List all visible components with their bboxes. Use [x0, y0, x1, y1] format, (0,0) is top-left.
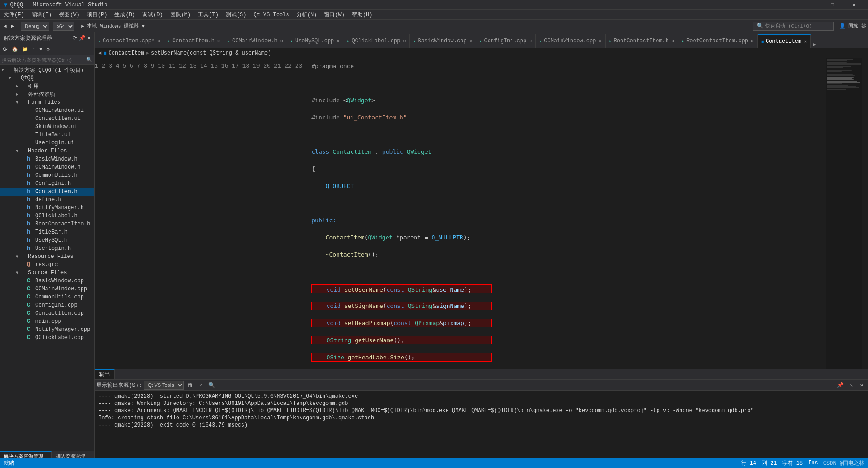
editor-tab[interactable]: ▸ContactItem.cpp*✕	[95, 34, 164, 48]
se-pin-icon[interactable]: 📌	[79, 35, 86, 41]
output-expand-btn[interactable]: △	[846, 381, 855, 389]
editor-tab[interactable]: ▸RootContactItem.cpp✕	[678, 34, 758, 48]
tree-item[interactable]: ▶引用	[0, 82, 94, 90]
breadcrumb-filename[interactable]: ContactItem	[108, 50, 144, 56]
se-toolbar-btn-2[interactable]: 🏠	[10, 45, 20, 55]
tree-expand-icon[interactable]: ▼	[14, 149, 20, 154]
menu-item-v[interactable]: 视图(V)	[55, 10, 83, 20]
tab-close-btn[interactable]: ✕	[672, 38, 674, 44]
menu-item-w[interactable]: 窗口(W)	[320, 10, 348, 20]
toolbar-back[interactable]: ◀	[2, 21, 9, 31]
tree-expand-icon[interactable]: ▼	[14, 254, 20, 259]
output-close-btn[interactable]: ✕	[857, 381, 866, 389]
se-toolbar-btn-4[interactable]: ↑	[31, 45, 37, 55]
menu-item-p[interactable]: 项目(P)	[83, 10, 111, 20]
editor-tab[interactable]: ▸RootContactItem.h✕	[606, 34, 678, 48]
tree-item[interactable]: hContactItem.h	[0, 188, 94, 196]
tree-item[interactable]: ▼解决方案'QtQQ'(1 个项目)	[0, 66, 94, 74]
tab-close-btn[interactable]: ✕	[598, 38, 601, 44]
status-mode[interactable]: Ins	[808, 460, 818, 466]
tab-close-icon[interactable]: ✕	[804, 39, 807, 44]
status-col[interactable]: 列 21	[762, 459, 777, 467]
menu-item-d[interactable]: 调试(D)	[139, 10, 167, 20]
tree-item[interactable]: CContactItem.cpp	[0, 309, 94, 317]
output-source-select[interactable]: Qt VS Tools	[144, 381, 184, 390]
output-wrap-btn[interactable]: ↩	[196, 381, 206, 389]
tab-close-btn[interactable]: ✕	[337, 38, 339, 44]
output-pin-btn[interactable]: 📌	[836, 381, 845, 389]
tree-item[interactable]: hCCMainWindow.h	[0, 163, 94, 171]
platform-dropdown[interactable]: x64	[53, 22, 74, 31]
se-toolbar-btn-5[interactable]: ▼	[38, 45, 45, 55]
user-icon[interactable]: 👤	[837, 21, 847, 31]
tab-close-btn[interactable]: ✕	[403, 38, 406, 44]
tree-item[interactable]: CQClickLabel.cpp	[0, 334, 94, 342]
se-toolbar-btn-3[interactable]: 📁	[20, 45, 30, 55]
tree-item[interactable]: SkinWindow.ui	[0, 123, 94, 131]
active-editor-tab[interactable]: ◼ ContactItem ✕	[758, 34, 811, 48]
editor-tab[interactable]: ▸BasicWindow.cpp✕	[410, 34, 476, 48]
tab-close-btn[interactable]: ✕	[529, 38, 532, 44]
tree-item[interactable]: hCommonUtils.h	[0, 171, 94, 179]
tree-item[interactable]: hConfigIni.h	[0, 179, 94, 188]
se-close-icon[interactable]: ✕	[87, 35, 91, 41]
tree-item[interactable]: hdefine.h	[0, 196, 94, 204]
editor-tab[interactable]: ▸UseMySQL.cpp✕	[287, 34, 343, 48]
editor-tab[interactable]: ▸ConfigIni.cpp✕	[476, 34, 536, 48]
tab-scroll-button[interactable]: ▶	[811, 41, 818, 48]
tree-expand-icon[interactable]: ▼	[14, 271, 20, 275]
tree-item[interactable]: hBasicWindow.h	[0, 155, 94, 163]
solution-explorer-search[interactable]: 🔍	[0, 55, 94, 65]
menu-item-m[interactable]: 团队(M)	[167, 10, 195, 20]
tree-item[interactable]: ▼Header Files	[0, 147, 94, 155]
tree-item[interactable]: CCMainWindow.ui	[0, 106, 94, 115]
tree-expand-icon[interactable]: ▶	[14, 83, 20, 89]
tree-item[interactable]: ▼Source Files	[0, 269, 94, 277]
maximize-button[interactable]: □	[822, 0, 843, 10]
tree-item[interactable]: CNotifyManager.cpp	[0, 326, 94, 334]
menu-item-qtvstools[interactable]: Qt VS Tools	[250, 10, 292, 20]
tree-item[interactable]: hTitleBar.h	[0, 228, 94, 236]
tree-item[interactable]: CCommonUtils.cpp	[0, 293, 94, 301]
build-config-dropdown[interactable]: Debug	[21, 22, 49, 31]
tree-item[interactable]: UserLogin.ui	[0, 139, 94, 147]
menu-item-h[interactable]: 帮助(H)	[348, 10, 376, 20]
output-clear-btn[interactable]: 🗑	[186, 381, 195, 389]
tree-item[interactable]: hUseMySQL.h	[0, 236, 94, 244]
tree-item[interactable]: hNotifyManager.h	[0, 204, 94, 212]
menu-item-n[interactable]: 分析(N)	[293, 10, 321, 20]
tab-close-btn[interactable]: ✕	[157, 38, 160, 44]
se-sync-icon[interactable]: ⟳	[73, 35, 77, 41]
tree-expand-icon[interactable]: ▼	[0, 68, 5, 73]
editor-tab[interactable]: ▸QClickLabel.cpp✕	[343, 34, 410, 48]
tab-close-btn[interactable]: ✕	[217, 38, 220, 44]
breadcrumb-method[interactable]: setUserName(const QString & userName)	[151, 50, 271, 56]
output-tab[interactable]: 输出	[95, 369, 115, 379]
tree-expand-icon[interactable]: ▼	[7, 76, 13, 81]
tree-expand-icon[interactable]: ▼	[14, 100, 20, 105]
status-char[interactable]: 字符 18	[782, 459, 803, 467]
tree-item[interactable]: ▼QtQQ	[0, 74, 94, 82]
tree-item[interactable]: Qres.qrc	[0, 261, 94, 269]
menu-item-t[interactable]: 工具(T)	[194, 10, 222, 20]
tree-item[interactable]: TitleBar.ui	[0, 131, 94, 139]
se-toolbar-btn-6[interactable]: ⚙	[45, 45, 51, 55]
minimize-button[interactable]: —	[800, 0, 821, 10]
menu-item-b[interactable]: 生成(B)	[111, 10, 139, 20]
tree-item[interactable]: CBasicWindow.cpp	[0, 277, 94, 285]
tree-expand-icon[interactable]: ▶	[14, 92, 20, 97]
scrollbar[interactable]	[862, 58, 868, 369]
run-button[interactable]: ▶ 本地 Windows 调试器 ▼	[79, 21, 146, 31]
menu-item-f[interactable]: 文件(F)	[0, 10, 28, 20]
code-editor[interactable]: 1 2 3 4 5 6 7 8 9 10 11 12 13 14 15 16 1…	[95, 58, 868, 369]
tree-item[interactable]: Cmain.cpp	[0, 317, 94, 326]
menu-item-s[interactable]: 测试(S)	[222, 10, 250, 20]
tree-item[interactable]: ContactItem.ui	[0, 115, 94, 123]
tree-item[interactable]: CConfigIni.cpp	[0, 301, 94, 309]
tree-item[interactable]: CCCMainWindow.cpp	[0, 285, 94, 293]
close-button[interactable]: ✕	[844, 0, 864, 10]
editor-tab[interactable]: ▸ContactItem.h✕	[164, 34, 224, 48]
editor-tab[interactable]: ▸CCMainWindow.h✕	[224, 34, 287, 48]
toolbar-forward[interactable]: ▶	[9, 21, 16, 31]
output-find-btn[interactable]: 🔍	[207, 381, 216, 389]
